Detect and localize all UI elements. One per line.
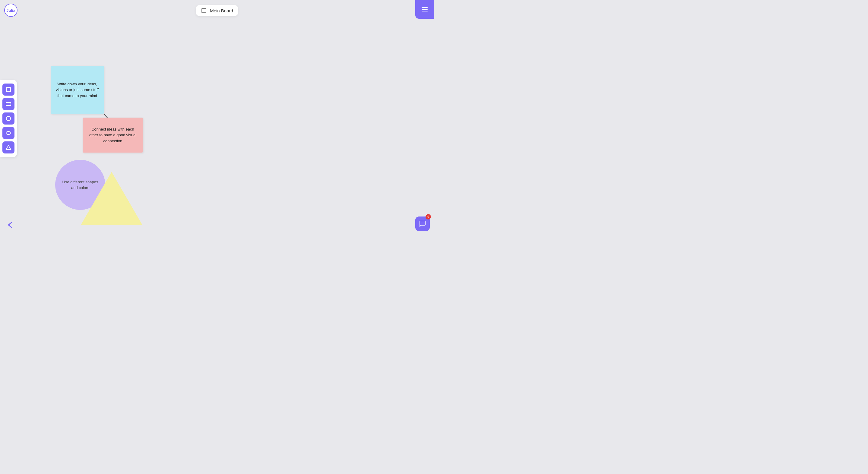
chat-notification-badge: 0 <box>426 214 431 220</box>
sticky-note-blue[interactable]: Write down your ideas, visions or just s… <box>51 66 104 114</box>
rectangle-tool-button[interactable] <box>2 98 14 110</box>
sticky-note-pink[interactable]: Connect ideas with each other to have a … <box>83 118 143 153</box>
back-button[interactable] <box>4 219 16 231</box>
hamburger-icon <box>422 7 428 11</box>
svg-rect-1 <box>202 8 206 13</box>
board-title-container[interactable]: Mein Board <box>196 5 238 16</box>
svg-marker-7 <box>6 145 11 150</box>
header: Julia Mein Board <box>0 0 434 21</box>
triangle-shape[interactable] <box>81 172 142 225</box>
board-title: Mein Board <box>210 8 233 13</box>
svg-point-6 <box>6 131 11 134</box>
canvas-area[interactable]: Write down your ideas, visions or just s… <box>0 0 434 237</box>
svg-rect-4 <box>6 102 11 105</box>
board-icon <box>201 7 207 13</box>
triangle-tool-button[interactable] <box>2 141 14 154</box>
user-avatar[interactable]: Julia <box>4 4 18 17</box>
svg-point-5 <box>6 116 10 121</box>
circle-tool-button[interactable] <box>2 113 14 125</box>
square-tool-button[interactable] <box>2 84 14 96</box>
svg-rect-3 <box>6 88 10 92</box>
left-toolbar <box>0 80 17 157</box>
ellipse-tool-button[interactable] <box>2 127 14 139</box>
menu-button[interactable] <box>415 0 434 19</box>
